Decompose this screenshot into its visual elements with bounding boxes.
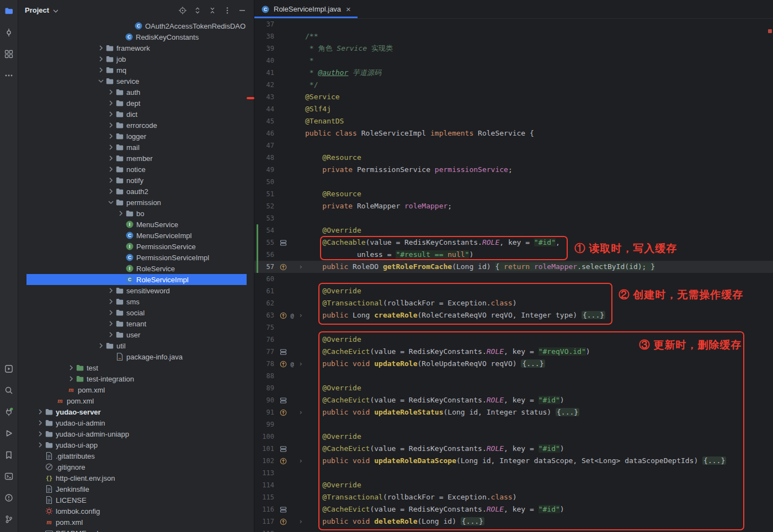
line-number[interactable]: 75	[254, 321, 279, 334]
tree-item-readme-md[interactable]: README.md	[18, 528, 254, 532]
tree-item-yudao-ui-admin-uniapp[interactable]: yudao-ui-admin-uniapp	[18, 428, 254, 439]
line-number[interactable]: 101	[254, 443, 279, 455]
project-tool-button[interactable]	[0, 0, 18, 22]
chevron-right-icon[interactable]	[35, 418, 44, 427]
chevron-down-icon[interactable]	[95, 77, 105, 85]
line-number[interactable]: 40	[254, 55, 279, 67]
code-line[interactable]: 41 * @author 芋道源码	[254, 67, 773, 79]
code-line[interactable]: 113	[254, 467, 773, 479]
line-number[interactable]: 114	[254, 479, 279, 491]
commit-tool-button[interactable]	[0, 22, 18, 43]
code-line[interactable]: 77 @CacheEvict(value = RedisKeyConstants…	[254, 346, 773, 358]
code-line[interactable]: 99	[254, 418, 773, 431]
problems-tool-button[interactable]	[0, 487, 18, 508]
code-line[interactable]: 75	[254, 321, 773, 334]
code-line[interactable]: 40 *	[254, 55, 773, 67]
code-line[interactable]: 118	[254, 528, 773, 532]
line-number[interactable]: 38	[254, 30, 279, 42]
code-line[interactable]: 63@› public Long createRole(RoleCreateRe…	[254, 309, 773, 321]
line-number[interactable]: 113	[254, 467, 279, 479]
chevron-right-icon[interactable]	[105, 187, 115, 196]
code-line[interactable]: 53	[254, 212, 773, 224]
line-number[interactable]: 45	[254, 115, 279, 127]
tree-item-permissionserviceimpl[interactable]: CPermissionServiceImpl	[18, 252, 254, 263]
code-line[interactable]: 50	[254, 176, 773, 188]
tree-item-errorcode[interactable]: errorcode	[18, 120, 254, 131]
chevron-right-icon[interactable]	[66, 363, 75, 372]
line-number[interactable]: 78	[254, 358, 279, 370]
tree-item-jenkinsfile[interactable]: Jenkinsfile	[18, 483, 254, 495]
tree-item-permissionservice[interactable]: IPermissionService	[18, 241, 254, 252]
line-number[interactable]: 51	[254, 188, 279, 200]
tree-item-job[interactable]: job	[18, 53, 254, 65]
line-number[interactable]: 116	[254, 503, 279, 515]
code-line[interactable]: 47	[254, 139, 773, 152]
tree-item-framework[interactable]: framework	[18, 42, 254, 53]
expand-all-button[interactable]	[193, 6, 202, 15]
editor-tab-roleserviceimpl-java[interactable]: C RoleServiceImpl.java ×	[254, 0, 358, 18]
chevron-right-icon[interactable]	[105, 308, 115, 317]
code-line[interactable]: 56 unless = "#result == null")	[254, 249, 773, 261]
fold-arrow-icon[interactable]: ›	[296, 406, 305, 418]
code-line[interactable]: 49 private PermissionService permissionS…	[254, 164, 773, 176]
tree-item-permission[interactable]: permission	[18, 197, 254, 208]
chevron-right-icon[interactable]	[105, 121, 115, 130]
version-control-tool-button[interactable]	[0, 508, 18, 530]
line-number[interactable]: 61	[254, 285, 279, 297]
tree-item-rediskeyconstants[interactable]: CRedisKeyConstants	[18, 31, 254, 42]
line-number[interactable]: 60	[254, 273, 279, 285]
tree-item-auth[interactable]: auth	[18, 87, 254, 98]
search-tool-button[interactable]	[0, 379, 18, 401]
line-number[interactable]: 41	[254, 67, 279, 79]
tree-item-oauth2[interactable]: oauth2	[18, 186, 254, 197]
line-number[interactable]: 90	[254, 394, 279, 406]
tree-item-mq[interactable]: mq	[18, 65, 254, 76]
chevron-right-icon[interactable]	[105, 132, 115, 141]
tree-item-test-integration[interactable]: test-integration	[18, 373, 254, 384]
tree-item-pom-xml[interactable]: mpom.xml	[18, 384, 254, 395]
tree-item-menuservice[interactable]: IMenuService	[18, 219, 254, 230]
fold-arrow-icon[interactable]: ›	[296, 358, 305, 370]
line-number[interactable]: 44	[254, 103, 279, 115]
tree-item-notify[interactable]: notify	[18, 175, 254, 186]
line-number[interactable]: 52	[254, 200, 279, 212]
code-line[interactable]: 91› public void updateRoleStatus(Long id…	[254, 406, 773, 418]
line-number[interactable]: 88	[254, 370, 279, 382]
code-line[interactable]: 115 @Transactional(rollbackFor = Excepti…	[254, 491, 773, 503]
line-number[interactable]: 63	[254, 309, 279, 321]
tree-item-roleservice[interactable]: IRoleService	[18, 263, 254, 274]
code-line[interactable]: 117› public void deleteRole(Long id) {..…	[254, 515, 773, 528]
run-tool-button[interactable]	[0, 422, 18, 444]
tree-item-mail[interactable]: mail	[18, 142, 254, 153]
code-line[interactable]: 51 @Resource	[254, 188, 773, 200]
chevron-right-icon[interactable]	[95, 66, 105, 74]
chevron-right-icon[interactable]	[35, 440, 44, 449]
cache-gutter-icon[interactable]	[280, 239, 287, 246]
fold-arrow-icon[interactable]: ›	[296, 309, 305, 321]
code-line[interactable]: 114 @Override	[254, 479, 773, 491]
tree-item-logger[interactable]: logger	[18, 131, 254, 142]
code-line[interactable]: 54 @Override	[254, 224, 773, 237]
chevron-right-icon[interactable]	[105, 143, 115, 152]
code-line[interactable]: 37	[254, 18, 773, 30]
chevron-right-icon[interactable]	[35, 429, 44, 438]
tree-item-notice[interactable]: notice	[18, 164, 254, 175]
chevron-right-icon[interactable]	[95, 55, 105, 63]
code-line[interactable]: 48 @Resource	[254, 152, 773, 164]
cache-gutter-icon[interactable]	[280, 348, 287, 356]
chevron-right-icon[interactable]	[105, 165, 115, 174]
tree-item-social[interactable]: social	[18, 307, 254, 318]
tree-item-service[interactable]: service	[18, 76, 254, 87]
chevron-right-icon[interactable]	[105, 99, 115, 108]
tree-item-http-client-env-json[interactable]: {}http-client.env.json	[18, 472, 254, 483]
tree-item-package-info-java[interactable]: package-info.java	[18, 351, 254, 362]
line-number[interactable]: 100	[254, 431, 279, 443]
structure-tool-button[interactable]	[0, 43, 18, 65]
tree-item-gitattributes[interactable]: .gitattributes	[18, 450, 254, 461]
annotation-gutter-icon[interactable]: @	[289, 312, 296, 319]
chevron-right-icon[interactable]	[105, 110, 115, 119]
chevron-right-icon[interactable]	[105, 319, 115, 328]
code-line[interactable]: 62 @Transactional(rollbackFor = Exceptio…	[254, 297, 773, 309]
services-tool-button[interactable]	[0, 358, 18, 379]
endpoints-tool-button[interactable]	[0, 401, 18, 422]
